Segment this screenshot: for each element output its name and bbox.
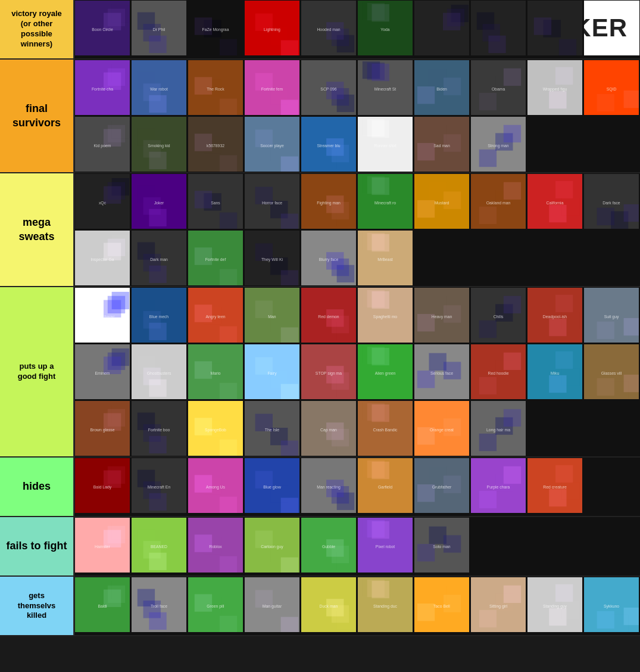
tier-item-f3[interactable]: The Rock [188,60,243,116]
tier-item-ft1[interactable]: Hamster [74,517,130,573]
tier-item-f15[interactable]: Streamer blu [301,116,357,172]
tier-item-ft4[interactable]: Cartoon guy [244,517,300,573]
tier-item-k9[interactable]: Standing guy [527,577,583,633]
tier-item-f1[interactable]: Fortnite cha [74,60,130,116]
tier-item-k3[interactable]: Green pill [188,577,243,633]
tier-item-g6[interactable]: Spaghetti mo [357,287,413,343]
tier-item-f14[interactable]: Soccer playe [244,116,300,172]
tier-item-f18[interactable]: Strong man [470,116,526,172]
tier-item-vm3[interactable] [527,0,583,56]
tier-item-k4[interactable]: Man guitar [244,577,300,633]
tier-item-g16[interactable]: Alien green [357,344,413,400]
tier-item-m7[interactable]: Mustard [414,173,470,229]
tier-item-ft2[interactable]: BEANED [131,517,187,573]
tier-item-vm2[interactable] [470,0,526,56]
tier-item-g19[interactable]: Miku [527,344,583,400]
tier-item-f9[interactable]: Wrapped figu [527,60,583,116]
tier-item-m15[interactable]: Blurry face [301,230,357,286]
tier-item-ft6[interactable]: Pixel robot [357,517,413,573]
tier-item-h4[interactable]: Blue glow [244,458,300,514]
tier-item-h9[interactable]: Red creature [527,458,583,514]
tier-item-g7[interactable]: Heavy man [414,287,470,343]
tier-item-h6[interactable]: Garfield [357,458,413,514]
tier-item-k5[interactable]: Duck man [301,577,357,633]
tier-item-m13[interactable]: Fortnite def [188,230,243,286]
tier-item-g10[interactable]: Suit guy [583,287,639,343]
tier-item-m16[interactable]: MrBeast [357,230,413,286]
tier-item-k1[interactable]: Baldi [74,577,130,633]
tier-item-g5[interactable]: Red demon [301,287,357,343]
tier-item-k2[interactable]: Troll face [131,577,187,633]
tier-item-v1[interactable]: Boon Circle [74,0,130,56]
tier-item-g9[interactable]: Deadpool-ish [527,287,583,343]
tier-item-m3[interactable]: Sans [188,173,243,229]
tier-item-k7[interactable]: Taco Bell [414,577,470,633]
tier-item-k10[interactable]: Sykkuno [583,577,639,633]
tier-item-v6[interactable]: Yoda [357,0,413,56]
tier-item-g17[interactable]: Serious face [414,344,470,400]
tier-item-g11[interactable]: Eminem [74,344,130,400]
tier-item-ft7[interactable]: Soto man [414,517,470,573]
tier-item-g20[interactable]: Glasses vill [583,344,639,400]
tier-item-m9[interactable]: California [527,173,583,229]
tier-item-v5[interactable]: Hooded man [301,0,357,56]
tier-item-f4[interactable]: Fortnite fem [244,60,300,116]
tier-item-tiermaker[interactable]: TiERMAKER [583,0,640,56]
tier-item-h8[interactable]: Purple chara [470,458,526,514]
tier-item-k8[interactable]: Sitting girl [470,577,526,633]
tier-item-g23[interactable]: SpongeBob [188,400,243,456]
tier-item-g1[interactable]: Anime charac [74,287,130,343]
tier-item-f13[interactable]: k5678932 [188,116,243,172]
tier-item-m8[interactable]: Oakland man [470,173,526,229]
tier-item-v2[interactable]: Dr Phil [131,0,187,56]
tier-item-f8[interactable]: Obama [470,60,526,116]
tier-item-g4[interactable]: Man [244,287,300,343]
tier-item-g13[interactable]: Mario [188,344,243,400]
tier-item-g21[interactable]: Brown glasse [74,400,130,456]
tier-item-ft3[interactable]: Roblox [188,517,243,573]
tier-item-g8[interactable]: Chills [470,287,526,343]
tier-item-g2[interactable]: Blue mech [131,287,187,343]
tier-item-m4[interactable]: Horror face [244,173,300,229]
tier-item-g12[interactable]: Ghostbusters [131,344,187,400]
tier-item-h7[interactable]: Grubfather [414,458,470,514]
tier-item-g14[interactable]: Fairy [244,344,300,400]
tier-item-m14[interactable]: They Will Ki [244,230,300,286]
tier-item-f5[interactable]: SCP 096 [301,60,357,116]
tier-item-m11[interactable]: Inspector Ga [74,230,130,286]
tier-item-f2[interactable]: War robot [131,60,187,116]
tier-item-f17[interactable]: Sad man [414,116,470,172]
tier-item-f16[interactable]: Runner shirt [357,116,413,172]
tier-item-f7[interactable]: Biden [414,60,470,116]
tier-item-h3[interactable]: Among Us [188,458,243,514]
svg-rect-41 [534,17,551,35]
tier-item-g22[interactable]: Fortnite boo [131,400,187,456]
tier-item-v4[interactable]: Lightning [244,0,300,56]
tier-item-g28[interactable]: Long hair ma [470,400,526,456]
tier-item-g26[interactable]: Crash Bandic [357,400,413,456]
tier-item-h2[interactable]: Minecraft En [131,458,187,514]
tier-item-k6[interactable]: Standing duc [357,577,413,633]
tier-item-f10[interactable]: SQID [583,60,639,116]
tier-item-m12[interactable]: Dark man [131,230,187,286]
tier-item-g27[interactable]: Orange creat [414,400,470,456]
tier-item-m10[interactable]: Dark face [583,173,639,229]
tier-item-h5[interactable]: Man reacting [301,458,357,514]
svg-text:Roblox: Roblox [209,545,222,549]
tier-item-m6[interactable]: Minecraft ro [357,173,413,229]
tier-item-h1[interactable]: Bald Lady [74,458,130,514]
tier-item-g18[interactable]: Red hoodie [470,344,526,400]
tier-item-f6[interactable]: Minecraft St [357,60,413,116]
tier-item-ft5[interactable]: Gubble [301,517,357,573]
tier-item-g15[interactable]: STOP sign ma [301,344,357,400]
tier-item-f12[interactable]: Smoking kid [131,116,187,172]
tier-item-g3[interactable]: Angry teen [188,287,243,343]
tier-item-v3[interactable]: FaZe Mongraa [188,0,243,56]
tier-item-m2[interactable]: Joker [131,173,187,229]
tier-item-m5[interactable]: Fighting man [301,173,357,229]
tier-item-g25[interactable]: Cap man [301,400,357,456]
tier-item-f11[interactable]: Kid poem [74,116,130,172]
tier-item-m1[interactable]: xQc [74,173,130,229]
tier-item-g24[interactable]: The Isle [244,400,300,456]
tier-item-vm1[interactable] [414,0,470,56]
